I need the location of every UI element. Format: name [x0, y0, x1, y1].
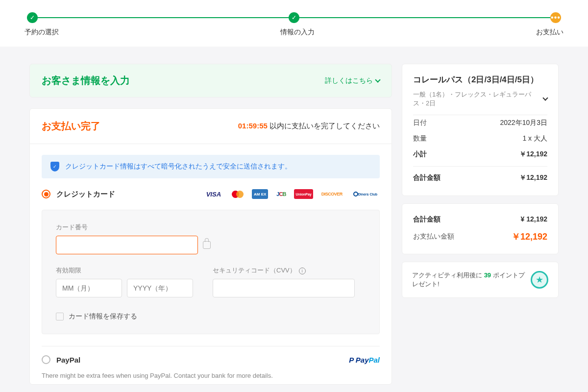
- cc-radio[interactable]: [42, 190, 50, 198]
- expiry-month-input[interactable]: [56, 279, 122, 297]
- timer-value: 01:59:55: [238, 122, 268, 130]
- paypal-note: There might be extra fees when using Pay…: [42, 372, 380, 379]
- credit-card-method[interactable]: クレジットカード VISA AM EX JCB UnionPay DISCOVE…: [30, 178, 392, 205]
- star-badge-icon: ★: [531, 271, 548, 289]
- cvv-input[interactable]: [213, 279, 355, 297]
- paypal-logo-icon: P PayPal: [349, 356, 380, 364]
- details-link[interactable]: 詳しくはこちら: [325, 76, 380, 85]
- save-card-checkbox[interactable]: [56, 313, 64, 320]
- info-icon[interactable]: i: [299, 268, 306, 274]
- paypal-label: PayPal: [56, 356, 80, 364]
- product-variant: 一般（1名）・フレックス・レギュラーパス・2日: [413, 90, 536, 108]
- discover-icon: DISCOVER: [319, 189, 345, 199]
- points-value: 39: [484, 271, 491, 279]
- order-summary: コレールパス（2日/3日/4日/5日） 一般（1名）・フレックス・レギュラーパス…: [402, 64, 559, 196]
- cc-label: クレジットカード: [56, 190, 115, 199]
- summary-subtotal: ￥12,192: [519, 150, 547, 159]
- mastercard-icon: [229, 189, 246, 199]
- summary-total: ￥12,192: [519, 173, 547, 182]
- card-number-input[interactable]: [56, 236, 198, 254]
- paypal-radio[interactable]: [42, 355, 50, 364]
- step3-label: お支払い: [536, 28, 564, 37]
- pay-amount: ￥12,192: [512, 231, 547, 243]
- customer-info-title: お客さま情報を入力: [42, 74, 130, 87]
- step2-dot: ✓: [289, 12, 299, 23]
- payment-title: お支払い完了: [42, 120, 100, 133]
- payment-timer: 01:59:55 以内に支払いを完了してください: [238, 122, 380, 131]
- payment-totals: 合計金額¥ 12,192 お支払い金額￥12,192: [402, 203, 559, 254]
- lock-icon: [203, 241, 211, 249]
- expiry-label: 有効期限: [56, 266, 193, 275]
- chevron-down-icon: [375, 77, 380, 82]
- diners-icon: Diners Club: [351, 189, 380, 199]
- step-line: [299, 17, 550, 18]
- payment-card: お支払い完了 01:59:55 以内に支払いを完了してください ✓ クレジットカ…: [29, 108, 392, 385]
- points-banner: アクティビティ利用後に 39 ポイントプレゼント! ★: [402, 262, 559, 298]
- product-name: コレールパス（2日/3日/4日/5日）: [413, 74, 547, 85]
- step1-label: 予約の選択: [24, 28, 59, 37]
- security-banner: ✓ クレジットカード情報はすべて暗号化されたうえで安全に送信されます。: [42, 155, 380, 178]
- cvv-label: セキュリティコード（CVV）i: [213, 266, 355, 275]
- paypal-method[interactable]: PayPal P PayPal There might be extra fee…: [30, 346, 392, 384]
- grand-total: ¥ 12,192: [521, 215, 548, 224]
- save-card-label: カード情報を保存する: [69, 312, 137, 321]
- progress-steps: ✓ ✓ •••: [0, 0, 588, 23]
- step-labels: 予約の選択 情報の入力 お支払い: [0, 23, 588, 47]
- customer-info-panel: お客さま情報を入力 詳しくはこちら: [29, 64, 392, 98]
- step3-dot: •••: [550, 12, 561, 23]
- step1-dot: ✓: [27, 12, 38, 23]
- credit-card-form: カード番号 有効期限 セキュリティコード（CVV）i: [42, 210, 380, 334]
- chevron-down-icon[interactable]: [542, 95, 548, 100]
- unionpay-icon: UnionPay: [294, 189, 313, 199]
- shield-icon: ✓: [50, 162, 59, 172]
- step-line: [38, 17, 289, 18]
- summary-date: 2022年10月3日: [500, 119, 547, 127]
- jcb-icon: JCB: [274, 189, 288, 199]
- card-brand-icons: VISA AM EX JCB UnionPay DISCOVER Diners …: [204, 189, 380, 199]
- expiry-year-input[interactable]: [127, 279, 193, 297]
- card-number-label: カード番号: [56, 223, 366, 232]
- amex-icon: AM EX: [252, 189, 268, 199]
- summary-qty: 1 x 大人: [522, 134, 547, 143]
- visa-icon: VISA: [204, 189, 223, 199]
- step2-label: 情報の入力: [280, 28, 315, 37]
